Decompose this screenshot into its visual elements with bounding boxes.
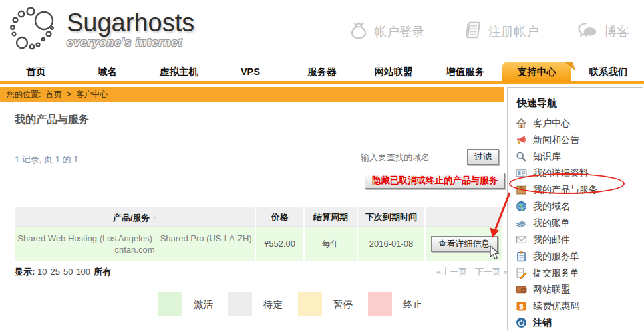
sidebar-item-my-tickets[interactable]: 我的服务单 (516, 248, 635, 265)
sort-indicator-icon: ▵ (154, 214, 157, 221)
cell-action: 查看详细信息 (426, 227, 502, 261)
sidebar-item-my-details[interactable]: 我的详细资料 (516, 165, 635, 181)
page-title: 我的产品与服务 (15, 113, 89, 127)
header-next-due-date[interactable]: 下次到期时间 (358, 207, 426, 227)
product-domain: crifan.com (15, 244, 255, 255)
breadcrumb-prefix: 您的位置: (7, 90, 41, 99)
my-billing-icon (516, 217, 527, 229)
prev-page-link[interactable]: «上一页 (436, 267, 467, 277)
sidebar-item-affiliates[interactable]: 网站联盟 (516, 281, 635, 298)
brand-name: Sugarhosts (67, 9, 194, 36)
nav-item-home[interactable]: 首页 (0, 63, 72, 81)
cell-product-service: Shared Web Hosting (Los Angeles) - Share… (15, 227, 256, 261)
page-size-50[interactable]: 50 (63, 267, 73, 277)
nav-item-contact-us[interactable]: 联系我们 (573, 63, 644, 81)
my-tickets-icon (516, 251, 527, 262)
header-links: 帐户登录 注册帐户 博客 (349, 20, 629, 43)
account-login-link[interactable]: 帐户登录 (349, 20, 424, 43)
show-label: 显示: (15, 267, 35, 277)
cell-billing-cycle: 每年 (305, 227, 358, 261)
main-nav: 首页 域名 虚拟主机 VPS 服务器 网站联盟 增值服务 支持中心 联系我们 (0, 63, 644, 81)
my-emails-icon (516, 234, 527, 245)
product-name: Shared Web Hosting (Los Angeles) - Share… (15, 233, 255, 244)
sidebar-item-client-area[interactable]: 客户中心 (516, 115, 635, 132)
sidebar-item-my-domains[interactable]: 我的域名 (516, 198, 635, 215)
header-price[interactable]: 价格 (256, 207, 305, 227)
domain-search-input[interactable] (357, 150, 460, 164)
page-size-100[interactable]: 100 (76, 267, 90, 277)
page-size-selector: 显示: 102550100所有 (15, 266, 111, 278)
sidebar-item-logout[interactable]: 注销 (516, 314, 635, 331)
account-login-icon (349, 20, 369, 43)
sidebar-item-my-emails[interactable]: 我的邮件 (516, 231, 635, 248)
nav-item-shared-hosting[interactable]: 虚拟主机 (143, 63, 215, 81)
sidebar-item-announcements[interactable]: 新闻和公告 (516, 132, 635, 148)
quick-nav-sidebar: 快速导航 客户中心 新闻和公告 知识库 我的详细资料 我的产品与服务 我的域名 … (507, 87, 643, 330)
legend-suspended: 暂停 (298, 292, 353, 316)
products-table: 产品/服务▵ 价格 结算周期 下次到期时间 Shared Web Hosting… (15, 207, 504, 261)
my-details-icon (516, 168, 527, 179)
sidebar-item-knowledgebase[interactable]: 知识库 (516, 148, 635, 165)
cell-next-due-date: 2016-01-08 (358, 227, 426, 261)
blog-label: 博客 (604, 23, 629, 41)
my-products-icon (516, 184, 527, 195)
sidebar-item-my-products[interactable]: 我的产品与服务 (516, 181, 635, 198)
logo-bubbles-icon (7, 3, 63, 60)
account-login-label: 帐户登录 (374, 23, 424, 41)
register-account-icon (463, 20, 483, 43)
sugarhosts-client-area-page: Sugarhosts everyone's internet 帐户登录 (0, 0, 644, 335)
announcements-icon (516, 134, 527, 146)
legend-pending: 待定 (228, 292, 283, 316)
filter-button[interactable]: 过滤 (467, 149, 499, 165)
home-icon (516, 118, 527, 129)
blog-icon (577, 21, 599, 43)
status-legend: 激活 待定 暂停 终止 (158, 292, 422, 316)
renewal-coupon-icon: $ (516, 300, 527, 312)
legend-terminated: 终止 (368, 292, 422, 316)
sidebar-item-submit-ticket[interactable]: 提交服务单 (516, 265, 635, 281)
quick-nav-title: 快速导航 (517, 97, 635, 110)
header-billing-cycle[interactable]: 结算周期 (305, 207, 358, 227)
knowledgebase-icon (516, 151, 527, 162)
sidebar-item-renewal-coupon[interactable]: $ 续费优惠码 (516, 298, 635, 314)
svg-text:$: $ (519, 302, 524, 311)
sugarhosts-logo[interactable]: Sugarhosts everyone's internet (7, 3, 194, 60)
breadcrumb-home-link[interactable]: 首页 (46, 90, 62, 99)
table-header-row: 产品/服务▵ 价格 结算周期 下次到期时间 (15, 207, 504, 227)
page-size-10[interactable]: 10 (37, 267, 47, 277)
next-page-link[interactable]: 下一页 » (475, 267, 508, 277)
legend-pending-swatch (228, 292, 252, 316)
register-account-label: 注册帐户 (488, 23, 539, 41)
blog-link[interactable]: 博客 (577, 20, 629, 43)
nav-item-servers[interactable]: 服务器 (286, 63, 358, 81)
header-product-service[interactable]: 产品/服务▵ (15, 207, 256, 227)
breadcrumb-current: 客户中心 (76, 90, 108, 99)
view-details-button[interactable]: 查看详细信息 (431, 236, 498, 252)
submit-ticket-icon (516, 267, 527, 279)
nav-item-affiliates[interactable]: 网站联盟 (358, 63, 430, 81)
brand-tagline: everyone's internet (67, 36, 194, 49)
breadcrumb: 您的位置: 首页 > 客户中心 (0, 87, 504, 102)
legend-active: 激活 (158, 292, 213, 316)
pagination: «上一页 下一页 » (431, 266, 508, 278)
register-account-link[interactable]: 注册帐户 (463, 20, 539, 43)
record-summary: 1 记录, 页 1 的 1 (15, 154, 78, 166)
sidebar-item-my-billing[interactable]: 我的账单 (516, 215, 635, 231)
page-size-25[interactable]: 25 (50, 267, 59, 277)
table-row: Shared Web Hosting (Los Angeles) - Share… (15, 227, 504, 261)
page-size-all[interactable]: 所有 (94, 267, 111, 277)
hide-cancelled-button[interactable]: 隐藏已取消或终止的产品与服务 (365, 173, 505, 189)
nav-item-domains[interactable]: 域名 (72, 63, 144, 81)
breadcrumb-separator: > (67, 90, 71, 99)
affiliate-icon (516, 284, 527, 295)
legend-terminated-swatch (368, 292, 392, 316)
logout-icon (516, 317, 527, 328)
legend-active-swatch (158, 292, 182, 316)
legend-suspended-swatch (298, 292, 322, 316)
nav-item-support-center-active[interactable]: 支持中心 (501, 63, 573, 81)
cell-price: ¥552.00 (256, 227, 305, 261)
my-domains-icon (516, 201, 527, 212)
nav-item-addons[interactable]: 增值服务 (429, 63, 501, 81)
header-actions (426, 207, 502, 227)
nav-item-vps[interactable]: VPS (215, 63, 287, 81)
